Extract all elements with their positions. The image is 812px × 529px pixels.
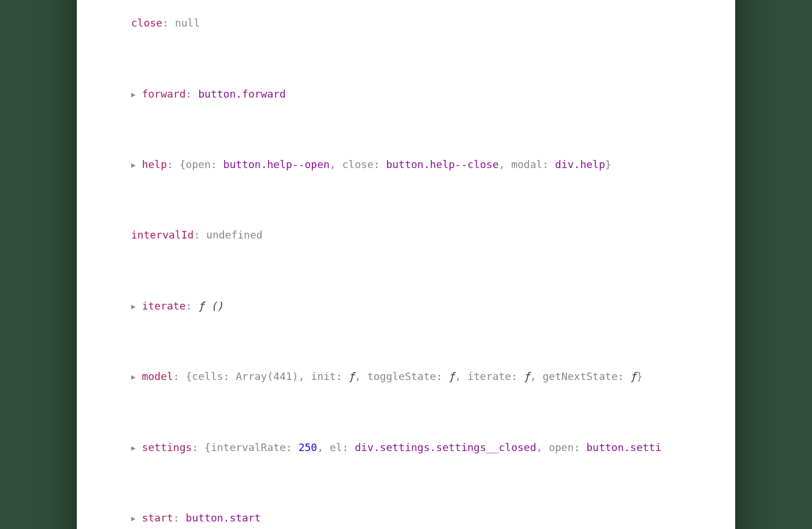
- prop-settings[interactable]: ▶ settings: {intervalRate: 250, el: div.…: [131, 439, 728, 457]
- prop-model[interactable]: ▶ model: {cells: Array(441), init: ƒ, to…: [131, 368, 728, 386]
- devtools-window: Developer Tools - http://localhost:8080/…: [77, 0, 735, 529]
- prop-close[interactable]: close: null: [131, 14, 728, 32]
- object-properties: close: null ▶ forward: button.forward ▶ …: [98, 0, 728, 529]
- console-output: › app ‹ ▼ {world: {…}, model: {…}, setti…: [77, 0, 735, 529]
- prop-iterate[interactable]: ▶ iterate: ƒ (): [131, 297, 728, 315]
- prop-start[interactable]: ▶ start: button.start: [131, 509, 728, 527]
- output-chevron-icon: ‹: [84, 0, 98, 529]
- console-output-row[interactable]: ‹ ▼ {world: {…}, model: {…}, settings: {…: [77, 0, 735, 529]
- prop-help[interactable]: ▶ help: {open: button.help--open, close:…: [131, 156, 728, 174]
- prop-forward[interactable]: ▶ forward: button.forward: [131, 85, 728, 103]
- console-output-object: ▼ {world: {…}, model: {…}, settings: {…}…: [98, 0, 728, 529]
- prop-intervalid[interactable]: intervalId: undefined: [131, 226, 728, 244]
